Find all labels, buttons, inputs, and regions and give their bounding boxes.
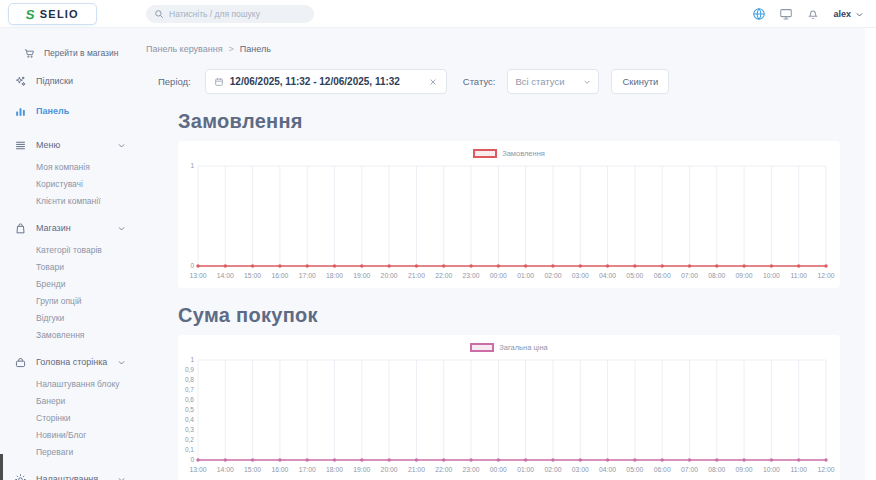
sidebar-item-users[interactable]: Користувачі bbox=[0, 175, 136, 192]
svg-text:21:00: 21:00 bbox=[408, 272, 425, 279]
svg-text:02:00: 02:00 bbox=[544, 272, 561, 279]
svg-text:10:00: 10:00 bbox=[763, 272, 780, 279]
sidebar-section-menu[interactable]: Меню bbox=[0, 132, 136, 158]
sidebar-section-settings[interactable]: Налаштування bbox=[0, 466, 136, 480]
sidebar-section-label: Магазин bbox=[36, 223, 108, 233]
chevron-down-icon bbox=[117, 224, 126, 233]
top-header: S SELIO alex bbox=[0, 0, 876, 28]
svg-text:0: 0 bbox=[190, 262, 194, 269]
svg-text:0,5: 0,5 bbox=[185, 406, 194, 413]
logo-text: SELIO bbox=[40, 8, 79, 20]
breadcrumb-dashboard-link[interactable]: Панель керування bbox=[146, 44, 223, 54]
svg-text:0: 0 bbox=[190, 456, 194, 463]
handbag-icon bbox=[14, 356, 27, 369]
svg-text:04:00: 04:00 bbox=[599, 466, 616, 473]
sidebar-item-orders[interactable]: Замовлення bbox=[0, 326, 136, 343]
search-box[interactable] bbox=[146, 5, 314, 23]
sidebar-section-home-page[interactable]: Головна сторінка bbox=[0, 349, 136, 375]
user-name: alex bbox=[833, 9, 851, 19]
sidebar-item-banners[interactable]: Банери bbox=[0, 392, 136, 409]
chevron-down-icon bbox=[583, 78, 591, 86]
logo-icon: S bbox=[25, 8, 35, 21]
sidebar-item-my-company[interactable]: Моя компанія bbox=[0, 158, 136, 175]
sidebar-item-dashboard[interactable]: Панель bbox=[0, 96, 136, 126]
period-value: 12/06/2025, 11:32 - 12/06/2025, 11:32 bbox=[230, 76, 422, 87]
calendar-icon bbox=[214, 77, 224, 87]
sidebar: Перейти в магазинПідпискиПанельМенюМоя к… bbox=[0, 28, 136, 480]
language-globe-icon[interactable] bbox=[752, 7, 766, 21]
chevron-down-icon bbox=[117, 475, 126, 480]
svg-text:1: 1 bbox=[190, 162, 194, 169]
search-input[interactable] bbox=[169, 9, 306, 19]
svg-text:11:00: 11:00 bbox=[790, 466, 807, 473]
sidebar-item-pages[interactable]: Сторінки bbox=[0, 409, 136, 426]
status-select[interactable]: Всі статуси bbox=[507, 69, 599, 94]
chart-svg-0: 1013:0014:0015:0016:0017:0018:0019:0020:… bbox=[178, 160, 840, 284]
chart-legend[interactable]: Замовлення bbox=[178, 146, 840, 160]
sidebar-item-option-groups[interactable]: Групи опцій bbox=[0, 292, 136, 309]
clear-period-icon[interactable] bbox=[428, 77, 438, 87]
svg-text:0,7: 0,7 bbox=[185, 386, 194, 393]
search-icon bbox=[154, 9, 164, 19]
svg-text:00:00: 00:00 bbox=[490, 466, 507, 473]
sidebar-item-product-categories[interactable]: Категорії товарів bbox=[0, 241, 136, 258]
reset-button[interactable]: Скинути bbox=[611, 69, 669, 94]
svg-text:04:00: 04:00 bbox=[599, 272, 616, 279]
sidebar-item-go-to-store[interactable]: Перейти в магазин bbox=[0, 40, 136, 66]
svg-text:05:00: 05:00 bbox=[626, 466, 643, 473]
svg-text:17:00: 17:00 bbox=[299, 272, 316, 279]
sidebar-item-brands[interactable]: Бренди bbox=[0, 275, 136, 292]
svg-text:0,2: 0,2 bbox=[185, 436, 194, 443]
svg-text:09:00: 09:00 bbox=[736, 272, 753, 279]
svg-text:18:00: 18:00 bbox=[326, 466, 343, 473]
cart-icon bbox=[24, 47, 35, 60]
sidebar-item-subscriptions[interactable]: Підписки bbox=[0, 66, 136, 96]
svg-text:06:00: 06:00 bbox=[654, 272, 671, 279]
period-date-range-input[interactable]: 12/06/2025, 11:32 - 12/06/2025, 11:32 bbox=[205, 69, 447, 94]
chevron-down-icon bbox=[855, 10, 864, 19]
chevron-down-icon bbox=[117, 141, 126, 150]
svg-text:0,4: 0,4 bbox=[185, 416, 194, 423]
svg-text:0,1: 0,1 bbox=[185, 446, 194, 453]
sidebar-item-reviews[interactable]: Відгуки bbox=[0, 309, 136, 326]
svg-text:08:00: 08:00 bbox=[708, 466, 725, 473]
sidebar-item-company-clients[interactable]: Клієнти компанії bbox=[0, 192, 136, 209]
svg-text:01:00: 01:00 bbox=[517, 272, 534, 279]
svg-text:21:00: 21:00 bbox=[408, 466, 425, 473]
main-content: Панель керування > Панель Період: 12/06/… bbox=[136, 28, 876, 480]
sidebar-section-store[interactable]: Магазин bbox=[0, 215, 136, 241]
svg-text:0,3: 0,3 bbox=[185, 426, 194, 433]
notifications-bell-icon[interactable] bbox=[806, 7, 820, 21]
svg-text:19:00: 19:00 bbox=[353, 466, 370, 473]
breadcrumb-separator: > bbox=[229, 44, 234, 54]
chart-card-1: Загальна ціна10,90,80,70,60,50,40,30,20,… bbox=[178, 335, 840, 480]
sidebar-section-label: Головна сторінка bbox=[36, 357, 108, 367]
sidebar-item-news-blog[interactable]: Новини/Блог bbox=[0, 426, 136, 443]
svg-text:23:00: 23:00 bbox=[463, 466, 480, 473]
svg-text:22:00: 22:00 bbox=[435, 466, 452, 473]
chart-legend[interactable]: Загальна ціна bbox=[178, 340, 840, 354]
svg-text:15:00: 15:00 bbox=[244, 272, 261, 279]
svg-text:15:00: 15:00 bbox=[244, 466, 261, 473]
logo[interactable]: S SELIO bbox=[8, 3, 97, 25]
svg-text:0,8: 0,8 bbox=[185, 376, 194, 383]
user-menu[interactable]: alex bbox=[833, 9, 864, 19]
sidebar-item-label: Панель bbox=[36, 106, 69, 116]
menu-icon bbox=[14, 139, 27, 152]
sidebar-item-label: Перейти в магазин bbox=[44, 48, 118, 58]
svg-text:14:00: 14:00 bbox=[217, 466, 234, 473]
sidebar-item-advantages[interactable]: Переваги bbox=[0, 443, 136, 460]
sidebar-section-label: Налаштування bbox=[36, 474, 108, 480]
sparkles-icon bbox=[14, 75, 27, 88]
sidebar-item-products[interactable]: Товари bbox=[0, 258, 136, 275]
vertical-scrollbar[interactable] bbox=[865, 28, 876, 480]
svg-text:14:00: 14:00 bbox=[217, 272, 234, 279]
sidebar-item-block-settings[interactable]: Налаштування блоку bbox=[0, 375, 136, 392]
svg-text:12:00: 12:00 bbox=[817, 466, 834, 473]
svg-text:23:00: 23:00 bbox=[463, 272, 480, 279]
period-label: Період: bbox=[158, 76, 191, 87]
left-scrollbar-thumb[interactable] bbox=[0, 454, 3, 480]
monitor-icon[interactable] bbox=[779, 7, 793, 21]
svg-text:08:00: 08:00 bbox=[708, 272, 725, 279]
status-value: Всі статуси bbox=[515, 76, 564, 87]
